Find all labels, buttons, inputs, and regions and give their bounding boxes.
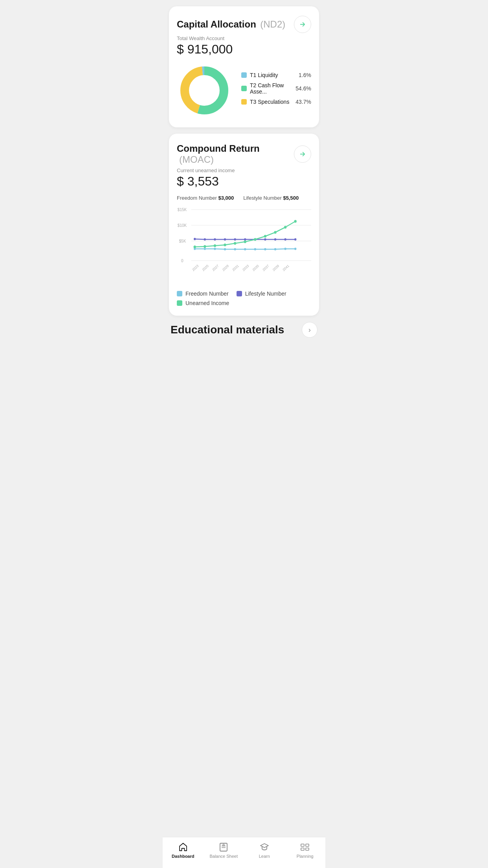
svg-point-49 (254, 238, 256, 241)
svg-point-50 (264, 235, 266, 238)
t3-label: T3 Speculations (250, 99, 289, 105)
svg-point-27 (254, 248, 256, 250)
lifestyle-legend-label: Lifestyle Number (245, 291, 286, 297)
svg-text:2037: 2037 (262, 264, 270, 272)
lifestyle-value: $5,500 (283, 195, 299, 201)
capital-allocation-card: Capital Allocation (ND2) Total Wealth Ac… (169, 6, 319, 127)
svg-text:2025: 2025 (202, 264, 209, 272)
svg-point-46 (224, 244, 226, 246)
svg-point-39 (264, 238, 266, 241)
lifestyle-legend-item: Lifestyle Number (237, 291, 286, 297)
t1-color-dot (241, 72, 247, 78)
svg-point-30 (284, 248, 286, 250)
svg-text:2031: 2031 (231, 264, 239, 272)
donut-legend: T1 Liquidity 1.6% T2 Cash Flow Asse... 5… (241, 72, 311, 109)
compound-return-chart: $15K $10K $5K 0 2023 2025 2027 2029 2031… (177, 206, 311, 284)
unearned-legend-item: Unearned Income (177, 300, 229, 306)
t2-pct: 54.6% (295, 85, 311, 92)
svg-point-35 (224, 238, 226, 241)
capital-allocation-arrow-button[interactable] (294, 16, 311, 33)
svg-point-31 (294, 248, 296, 250)
svg-point-40 (274, 238, 276, 241)
t3-pct: 43.7% (295, 99, 311, 105)
educational-chevron-button[interactable]: › (302, 322, 317, 338)
unearned-income-amount: $ 3,553 (177, 174, 311, 189)
svg-text:$10K: $10K (178, 223, 187, 228)
donut-chart (177, 63, 232, 118)
svg-point-45 (214, 245, 216, 247)
legend-t2: T2 Cash Flow Asse... 54.6% (241, 82, 311, 95)
svg-point-43 (194, 246, 196, 248)
svg-text:2035: 2035 (252, 264, 260, 272)
svg-point-28 (264, 248, 266, 250)
svg-point-29 (274, 248, 276, 250)
svg-text:2033: 2033 (242, 264, 250, 272)
compound-return-title: Compound Return (177, 143, 260, 154)
freedom-legend-dot (177, 291, 182, 296)
svg-text:$5K: $5K (179, 239, 186, 244)
t1-pct: 1.6% (299, 72, 311, 78)
lifestyle-legend-dot (237, 291, 242, 296)
compound-return-title-group: Compound Return (MOAC) (177, 143, 294, 165)
svg-point-48 (244, 241, 246, 243)
svg-point-32 (194, 238, 196, 240)
compound-return-card: Compound Return (MOAC) Current unearned … (169, 134, 319, 316)
unearned-legend-dot (177, 300, 182, 306)
legend-t3: T3 Speculations 43.7% (241, 99, 311, 105)
svg-point-41 (284, 238, 286, 241)
total-wealth-label: Total Wealth Account (177, 35, 311, 41)
svg-point-36 (234, 238, 236, 241)
svg-point-42 (294, 238, 296, 241)
svg-point-23 (214, 248, 216, 250)
svg-point-24 (224, 248, 226, 250)
svg-point-44 (204, 245, 206, 248)
capital-allocation-code: (ND2) (260, 19, 285, 29)
educational-title: Educational materials (171, 324, 284, 336)
educational-section: Educational materials › (169, 322, 319, 338)
t2-color-dot (241, 86, 247, 91)
compound-return-arrow-button[interactable] (294, 145, 311, 163)
capital-allocation-title: Capital Allocation (177, 19, 256, 29)
svg-text:2041: 2041 (282, 264, 290, 272)
svg-text:2027: 2027 (211, 264, 219, 272)
freedom-legend-label: Freedom Number (185, 291, 229, 297)
svg-point-51 (274, 231, 276, 234)
svg-point-53 (294, 220, 297, 223)
compound-return-code: (MOAC) (179, 154, 214, 165)
donut-section: T1 Liquidity 1.6% T2 Cash Flow Asse... 5… (177, 63, 311, 118)
svg-point-37 (244, 238, 246, 241)
legend-t1: T1 Liquidity 1.6% (241, 72, 311, 78)
freedom-legend-item: Freedom Number (177, 291, 229, 297)
compound-return-header: Compound Return (MOAC) (177, 143, 311, 165)
unearned-legend-label: Unearned Income (185, 300, 229, 306)
svg-point-22 (204, 248, 206, 250)
unearned-income-label: Current unearned income (177, 167, 311, 173)
chart-legend: Freedom Number Lifestyle Number Unearned… (177, 291, 311, 306)
capital-allocation-header: Capital Allocation (ND2) (177, 16, 311, 33)
svg-point-47 (234, 242, 236, 245)
svg-text:2023: 2023 (191, 264, 199, 272)
freedom-value: $3,000 (218, 195, 234, 201)
total-wealth-amount: $ 915,000 (177, 42, 311, 57)
lifestyle-number-info: Lifestyle Number $5,500 (243, 195, 299, 201)
freedom-number-info: Freedom Number $3,000 (177, 195, 234, 201)
svg-point-34 (214, 238, 216, 241)
svg-text:0: 0 (181, 258, 183, 263)
t2-label: T2 Cash Flow Asse... (250, 82, 292, 95)
t1-label: T1 Liquidity (250, 72, 278, 78)
svg-text:2039: 2039 (272, 264, 280, 272)
svg-point-26 (244, 248, 246, 250)
capital-allocation-title-group: Capital Allocation (ND2) (177, 19, 285, 30)
t3-color-dot (241, 99, 247, 105)
svg-point-33 (204, 238, 206, 241)
svg-point-52 (284, 226, 286, 229)
freedom-lifestyle-row: Freedom Number $3,000 Lifestyle Number $… (177, 195, 311, 201)
svg-text:$15K: $15K (178, 207, 187, 212)
svg-text:2029: 2029 (222, 264, 229, 272)
svg-point-25 (234, 248, 236, 250)
